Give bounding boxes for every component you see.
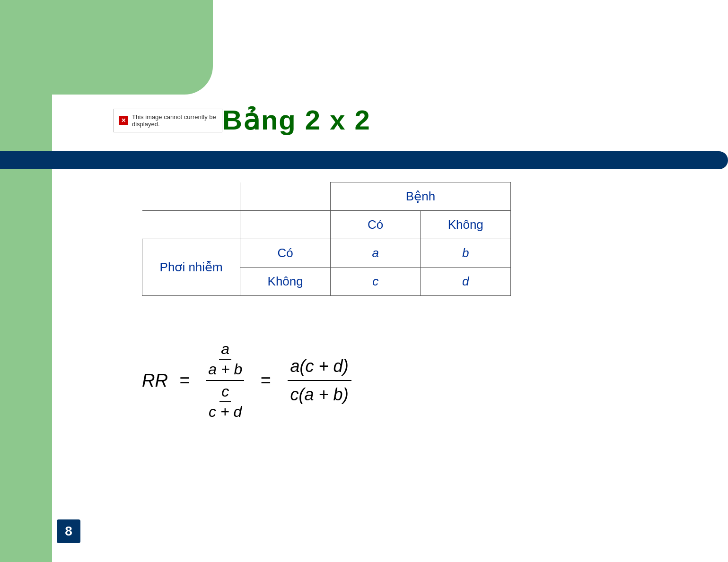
empty-cell-3 — [142, 211, 240, 239]
main-content: Bệnh Có Không Phơi nhiễm Có a b Không c … — [114, 177, 710, 296]
col-khong-header: Không — [421, 211, 511, 239]
cell-a: a — [330, 239, 421, 268]
table-container: Bệnh Có Không Phơi nhiễm Có a b Không c … — [142, 182, 511, 296]
equals-sign-1: = — [175, 371, 195, 391]
rr-label: RR — [142, 371, 168, 391]
rhs-denominator: c(a + b) — [288, 381, 351, 405]
sub-frac-bottom: c c + d — [207, 383, 244, 421]
equals-sign-2: = — [255, 371, 276, 391]
image-error-box: ✕ This image cannot currently be display… — [114, 109, 222, 132]
frac-a: a — [219, 340, 231, 360]
rhs-numerator: a(c + d) — [288, 356, 351, 381]
slide-title: Bảng 2 x 2 — [222, 104, 371, 136]
rhs-num-text: a(c + d) — [288, 356, 351, 378]
green-top-bar — [0, 0, 213, 95]
empty-cell-2 — [240, 182, 331, 211]
row2-label: Không — [240, 268, 331, 296]
rhs-den-text: c(a + b) — [288, 383, 351, 405]
table-row: Có Không — [142, 211, 511, 239]
table-row: Phơi nhiễm Có a b — [142, 239, 511, 268]
blue-horizontal-band — [0, 151, 728, 169]
frac-c: c — [219, 383, 231, 402]
big-fraction-left: a a + b c c + d — [206, 340, 244, 421]
col-co-header: Có — [330, 211, 421, 239]
big-numerator: a a + b — [206, 340, 244, 381]
cell-b: b — [421, 239, 511, 268]
cell-c: c — [330, 268, 421, 296]
phoi-nhiem-label: Phơi nhiễm — [142, 239, 240, 296]
formula-wrapper: RR = a a + b c c + d = a(c + d) c(a + b) — [142, 340, 356, 421]
row1-label: Có — [240, 239, 331, 268]
big-fraction-right: a(c + d) c(a + b) — [288, 356, 351, 405]
big-denominator: c c + d — [207, 381, 244, 421]
empty-cell-1 — [142, 182, 240, 211]
sub-frac-top: a a + b — [206, 340, 244, 378]
benh-header: Bệnh — [330, 182, 510, 211]
cell-d: d — [421, 268, 511, 296]
table-row: Bệnh — [142, 182, 511, 211]
error-icon: ✕ — [119, 116, 128, 125]
frac-cplusd: c + d — [207, 402, 244, 421]
page-number: 8 — [57, 519, 80, 543]
image-error-text: This image cannot currently be displayed… — [132, 113, 217, 128]
frac-aplusb: a + b — [206, 360, 244, 378]
empty-cell-4 — [240, 211, 331, 239]
data-table: Bệnh Có Không Phơi nhiễm Có a b Không c … — [142, 182, 511, 296]
